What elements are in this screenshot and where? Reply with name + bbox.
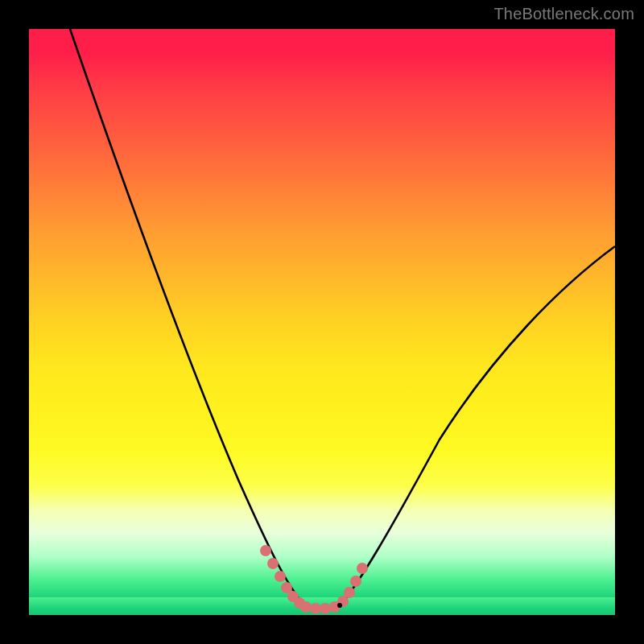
svg-point-1: [267, 558, 279, 569]
left-curve: [70, 29, 304, 605]
trough-markers: [260, 545, 368, 614]
svg-point-6: [300, 601, 312, 613]
plot-area: [29, 29, 615, 615]
svg-point-0: [260, 545, 271, 556]
chart-frame: TheBottleneck.com: [0, 0, 644, 644]
svg-point-11: [344, 587, 355, 598]
svg-point-13: [357, 563, 368, 574]
curve-layer: [29, 29, 615, 615]
svg-point-8: [320, 603, 331, 614]
svg-point-7: [310, 603, 321, 614]
svg-point-2: [275, 571, 286, 582]
trough-min-point: [337, 603, 342, 608]
svg-point-12: [350, 576, 361, 587]
watermark-text: TheBottleneck.com: [493, 5, 634, 23]
right-curve: [340, 246, 615, 605]
